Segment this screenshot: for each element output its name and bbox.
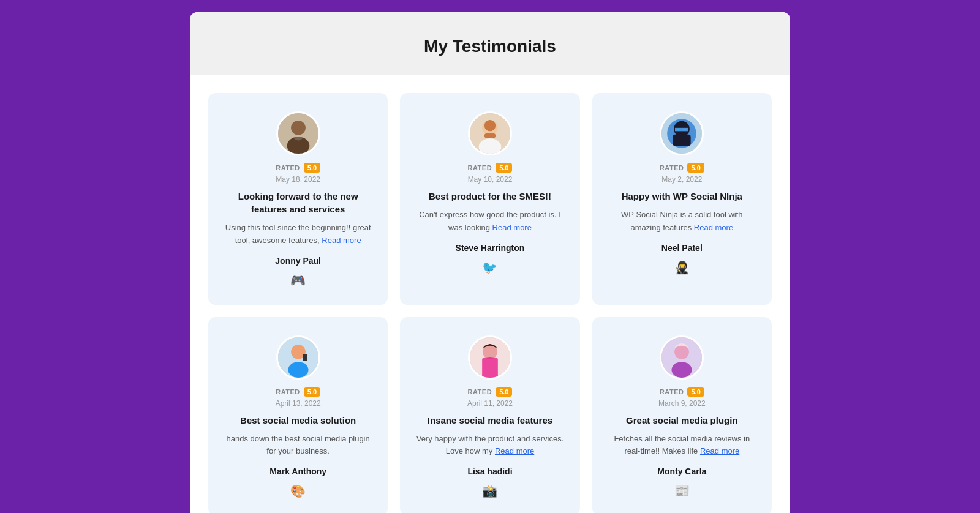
rated-label: RATED	[660, 388, 684, 395]
svg-point-13	[677, 129, 680, 131]
rating-badge: 5.0	[304, 163, 320, 173]
svg-rect-7	[484, 133, 496, 138]
reviewer-name: Neel Patel	[662, 243, 703, 253]
svg-point-17	[288, 362, 308, 378]
rated-row: RATED 5.0	[468, 387, 513, 397]
rated-row: RATED 5.0	[276, 163, 320, 173]
review-date: April 11, 2022	[467, 399, 513, 408]
rating-badge: 5.0	[687, 387, 704, 397]
page-title: My Testimonials	[202, 37, 778, 56]
rated-row: RATED 5.0	[468, 163, 513, 173]
svg-point-23	[672, 362, 692, 378]
reviewer-platform-icon: 🎨	[288, 481, 308, 501]
svg-point-5	[484, 120, 496, 131]
read-more-link[interactable]: Read more	[694, 223, 733, 232]
review-title: Best social media solution	[240, 414, 356, 427]
rated-row: RATED 5.0	[276, 387, 320, 397]
review-date: May 10, 2022	[468, 175, 513, 184]
testimonial-card: RATED 5.0 April 11, 2022 Insane social m…	[400, 317, 579, 513]
review-date: May 18, 2022	[276, 175, 320, 184]
rated-label: RATED	[276, 164, 300, 171]
page-header: My Testimonials	[190, 12, 790, 75]
read-more-link[interactable]: Read more	[700, 446, 739, 455]
rating-badge: 5.0	[496, 387, 512, 397]
review-text: Fetches all the social media reviews in …	[607, 433, 757, 459]
read-more-link[interactable]: Read more	[492, 223, 532, 232]
svg-point-14	[684, 129, 687, 131]
read-more-link[interactable]: Read more	[322, 236, 361, 245]
review-title: Insane social media features	[428, 414, 552, 427]
cards-grid: RATED 5.0 May 18, 2022 Looking forward t…	[208, 93, 772, 513]
review-title: Great social media plugin	[626, 414, 738, 427]
testimonial-card: RATED 5.0 March 9, 2022 Great social med…	[592, 317, 772, 513]
svg-rect-18	[303, 354, 307, 361]
reviewer-platform-icon: 🎮	[288, 271, 308, 290]
rated-label: RATED	[468, 164, 492, 171]
reviewer-name: Jonny Paul	[275, 256, 321, 266]
review-date: May 2, 2022	[662, 175, 702, 184]
avatar	[660, 111, 704, 155]
reviewer-platform-icon: 📸	[480, 481, 500, 501]
avatar	[468, 335, 512, 380]
avatar	[660, 335, 704, 380]
svg-rect-12	[675, 128, 688, 132]
read-more-link[interactable]: Read more	[495, 446, 534, 455]
testimonial-card: RATED 5.0 May 18, 2022 Looking forward t…	[208, 93, 388, 305]
rating-badge: 5.0	[687, 163, 704, 173]
review-text: hands down the best social media plugin …	[223, 433, 373, 459]
svg-rect-11	[673, 135, 691, 146]
avatar	[468, 111, 512, 155]
rated-label: RATED	[468, 388, 492, 395]
reviewer-platform-icon: 🥷	[672, 258, 692, 277]
review-date: March 9, 2022	[658, 399, 706, 408]
rated-label: RATED	[660, 164, 684, 171]
review-text: Very happy with the product and services…	[415, 433, 565, 459]
rated-row: RATED 5.0	[660, 163, 704, 173]
testimonial-card: RATED 5.0 May 2, 2022 Happy with WP Soci…	[592, 93, 772, 305]
reviewer-platform-icon: 🐦	[480, 258, 500, 277]
reviewer-name: Monty Carla	[657, 466, 706, 476]
review-title: Looking forward to the new features and …	[223, 190, 373, 215]
rating-badge: 5.0	[304, 387, 320, 397]
rated-label: RATED	[276, 388, 300, 395]
review-title: Happy with WP Social NInja	[622, 190, 742, 203]
cards-container: RATED 5.0 May 18, 2022 Looking forward t…	[190, 75, 790, 513]
testimonial-card: RATED 5.0 May 10, 2022 Best product for …	[400, 93, 579, 305]
svg-point-1	[291, 121, 306, 135]
reviewer-name: Mark Anthony	[270, 466, 326, 476]
avatar	[276, 111, 320, 155]
main-container: My Testimonials RATED 5.0 May 18, 2022 L…	[190, 12, 790, 513]
reviewer-platform-icon: 📰	[672, 481, 692, 501]
review-title: Best product for the SMES!!	[429, 190, 551, 203]
review-date: April 13, 2022	[276, 399, 321, 408]
review-text: Using this tool since the beginning!! gr…	[223, 222, 373, 247]
reviewer-name: Lisa hadidi	[467, 466, 512, 476]
reviewer-name: Steve Harrington	[456, 243, 525, 253]
review-text: Can't express how good the product is. I…	[415, 209, 565, 234]
svg-point-6	[479, 138, 502, 155]
rating-badge: 5.0	[496, 163, 512, 173]
review-text: WP Social Ninja is a solid tool with ama…	[607, 209, 757, 234]
rated-row: RATED 5.0	[660, 387, 704, 397]
avatar	[276, 335, 320, 380]
testimonial-card: RATED 5.0 April 13, 2022 Best social med…	[208, 317, 388, 513]
